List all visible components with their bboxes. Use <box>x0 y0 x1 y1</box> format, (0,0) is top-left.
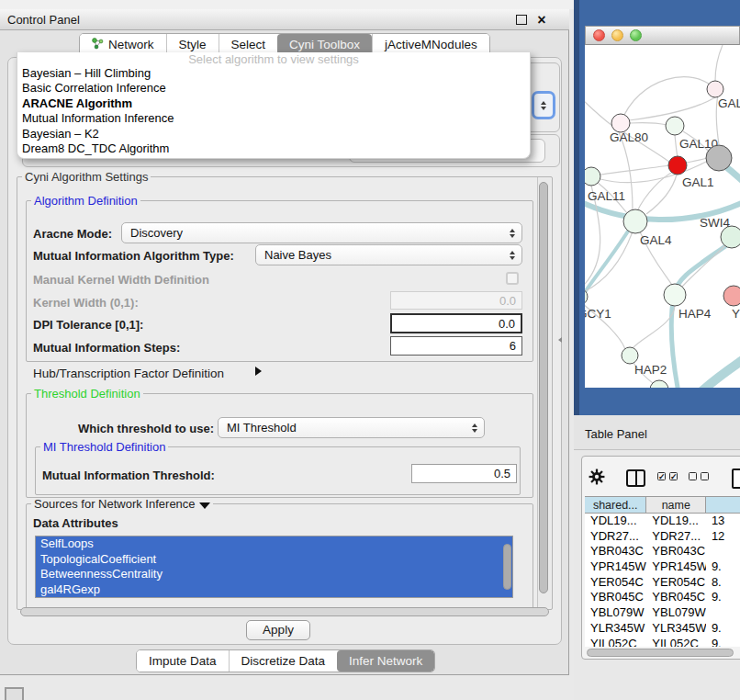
minimize-window-icon[interactable] <box>611 29 623 41</box>
network-node-label: GAL80 <box>610 130 648 144</box>
network-edge[interactable] <box>630 123 667 125</box>
table-row[interactable]: YBR045CYBR045C9. <box>585 590 740 605</box>
algorithm-option[interactable]: Bayesian – K2 <box>17 127 530 141</box>
expand-right-icon[interactable] <box>255 367 262 376</box>
table-row[interactable]: YBL079WYBL079W <box>585 605 740 621</box>
divider-collapse-arrow[interactable] <box>558 337 562 343</box>
sources-title: Sources for Network Inference <box>34 497 196 511</box>
data-attribute-item[interactable]: SelfLoops <box>36 536 512 552</box>
column-header-partial[interactable] <box>706 497 740 513</box>
table-row[interactable]: YIL052CYIL052C9. <box>585 637 740 648</box>
network-canvas[interactable]: GALGAL80GAL10GAL1GAL11SWI4GAL4GCY1HAP4YH… <box>585 45 740 388</box>
mi-type-label: Mutual Information Algorithm Type: <box>33 249 234 263</box>
tab-impute-data-label: Impute Data <box>149 654 217 668</box>
network-edge[interactable] <box>701 357 740 388</box>
network-node[interactable] <box>706 145 732 171</box>
settings-hscrollbar[interactable] <box>20 607 549 616</box>
network-node[interactable] <box>668 156 687 175</box>
docked-panel-chip[interactable] <box>5 687 24 700</box>
algorithm-option[interactable]: ARACNE Algorithm <box>17 96 530 111</box>
table-cell: YDR27... <box>646 529 706 545</box>
mi-type-combo[interactable]: Naive Bayes <box>255 244 522 265</box>
apply-button[interactable]: Apply <box>246 620 310 640</box>
tab-infer-network[interactable]: Infer Network <box>337 650 434 672</box>
tab-impute-data[interactable]: Impute Data <box>137 650 229 672</box>
data-attribute-item[interactable]: gal4RGexp <box>36 582 512 598</box>
network-node[interactable] <box>611 114 630 132</box>
table-row[interactable]: YLR345WYLR345W9. <box>585 621 740 637</box>
zoom-window-icon[interactable] <box>630 29 642 41</box>
data-attribute-item[interactable]: BetweennessCentrality <box>36 567 512 582</box>
network-edge[interactable] <box>675 135 678 157</box>
mi-steps-label: Mutual Information Steps: <box>33 341 180 355</box>
select-all-checks-icon[interactable]: ✓ ✓ <box>657 472 678 480</box>
mi-threshold-label: Mutual Information Threshold: <box>42 469 215 482</box>
algorithm-dropdown-list[interactable]: Select algorithm to view settings Bayesi… <box>17 52 531 159</box>
network-edge[interactable] <box>687 158 707 163</box>
table-cell: YLR345W <box>585 621 646 637</box>
network-edge[interactable] <box>585 95 612 126</box>
table-row[interactable]: YDR27...YDR27...12 <box>585 529 740 545</box>
aracne-mode-combo[interactable]: Discovery <box>121 222 522 243</box>
float-window-button[interactable] <box>516 15 527 25</box>
tab-discretize-data[interactable]: Discretize Data <box>229 650 338 672</box>
sources-collapse-toggle[interactable]: Sources for Network Inference <box>31 498 213 510</box>
algorithm-option[interactable]: Bayesian – Hill Climbing <box>17 66 530 81</box>
algorithm-combo-stepper[interactable] <box>532 91 555 119</box>
algorithm-option[interactable]: Dream8 DC_TDC Algorithm <box>17 141 530 156</box>
network-edge[interactable] <box>621 77 715 123</box>
manual-kernel-checkbox[interactable] <box>506 272 519 285</box>
algorithm-option[interactable]: Mutual Information Inference <box>17 111 530 126</box>
stepper-down-icon <box>541 107 546 110</box>
which-threshold-label: Which threshold to use: <box>78 422 214 435</box>
settings-scrollbar-thumb[interactable] <box>539 182 548 593</box>
network-node[interactable] <box>664 284 686 306</box>
hub-definition-toggle[interactable]: Hub/Transcription Factor Definition <box>33 367 224 380</box>
table-cell <box>706 605 740 621</box>
network-node[interactable] <box>707 81 723 97</box>
kernel-width-field[interactable]: 0.0 <box>390 291 522 310</box>
aracne-mode-label: Aracne Mode: <box>33 227 112 241</box>
mi-threshold-field[interactable]: 0.5 <box>411 464 517 483</box>
network-node[interactable] <box>650 380 668 388</box>
network-node-label: HAP2 <box>634 363 667 377</box>
table-hscrollbar[interactable] <box>587 649 734 657</box>
column-header-shared-name[interactable]: shared... <box>585 497 646 513</box>
table-cell: 9. <box>706 559 740 575</box>
column-header-name[interactable]: name <box>646 497 706 513</box>
table-row[interactable]: YBR043CYBR043C <box>585 544 740 559</box>
show-columns-icon[interactable] <box>626 469 645 487</box>
mi-threshold-group-title: MI Threshold Definition <box>40 441 168 453</box>
close-panel-button[interactable]: × <box>533 10 550 29</box>
data-attributes-list[interactable]: SelfLoopsTopologicalCoefficientBetweenne… <box>35 536 513 598</box>
attributes-scrollbar-thumb[interactable] <box>503 544 511 590</box>
network-node[interactable] <box>622 347 638 364</box>
table-row[interactable]: YER054CYER054C8. <box>585 575 740 591</box>
network-edge[interactable] <box>682 243 727 287</box>
unchecked-box-icon <box>689 472 697 480</box>
table-settings-gear-icon[interactable] <box>589 469 605 488</box>
dpi-tolerance-field[interactable]: 0.0 <box>390 313 522 333</box>
network-node[interactable] <box>623 209 647 233</box>
table-row[interactable]: YPR145WYPR145W9. <box>585 559 740 575</box>
network-edge[interactable] <box>585 227 631 306</box>
network-edge[interactable] <box>715 45 723 81</box>
cyni-algorithm-settings-title: Cyni Algorithm Settings <box>22 171 151 183</box>
network-node[interactable] <box>723 286 740 306</box>
network-node[interactable] <box>585 167 600 186</box>
network-edge[interactable] <box>637 172 673 211</box>
network-edge[interactable] <box>633 305 675 348</box>
new-table-doc-icon[interactable] <box>732 469 740 489</box>
data-attribute-item[interactable]: TopologicalCoefficient <box>36 552 512 568</box>
network-node-label: Y <box>732 307 740 321</box>
which-threshold-combo[interactable]: MI Threshold <box>218 417 485 438</box>
mi-steps-field[interactable]: 6 <box>390 336 522 356</box>
close-window-icon[interactable] <box>593 29 605 41</box>
table-cell: YBR045C <box>585 590 646 605</box>
hub-definition-label: Hub/Transcription Factor Definition <box>33 367 224 380</box>
network-edge[interactable] <box>600 165 669 175</box>
unselect-all-checks-icon[interactable] <box>689 472 709 480</box>
algorithm-option[interactable]: Basic Correlation Inference <box>17 81 530 96</box>
table-row[interactable]: YDL19...YDL19...13 <box>585 514 740 529</box>
network-node[interactable] <box>666 117 684 135</box>
